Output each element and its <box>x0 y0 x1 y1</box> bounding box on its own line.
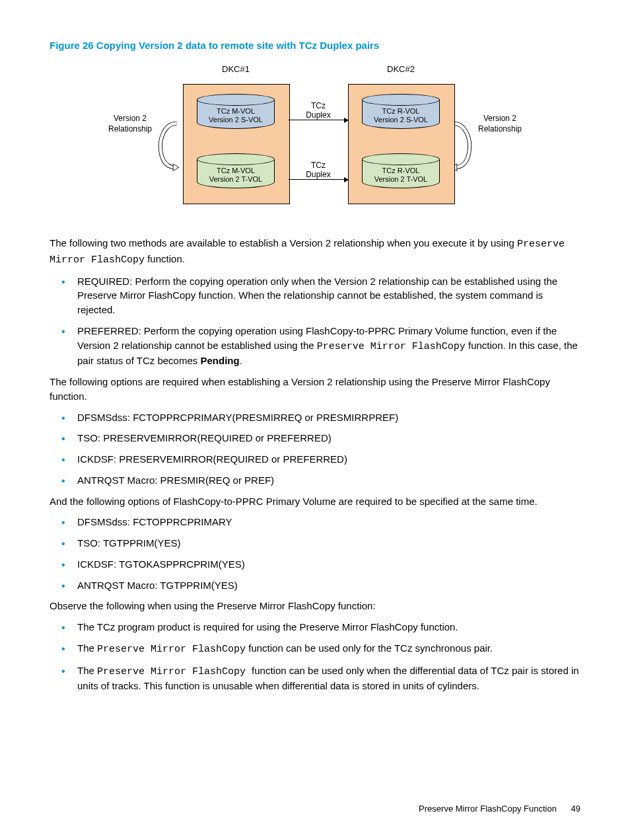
code-text: Preserve Mirror FlashCopy <box>97 644 246 655</box>
opts2-list: DFSMSdss: FCTOPPRCPRIMARY TSO: TGTPPRIM(… <box>50 515 580 592</box>
list-item: DFSMSdss: FCTOPPRCPRIMARY(PRESMIRREQ or … <box>50 410 580 425</box>
list-item: ICKDSF: TGTOKASPPRCPRIM(YES) <box>50 557 580 572</box>
dkc1-box: TCz M-VOL Version 2 S-VOL TCz M-VOL Vers… <box>183 84 290 204</box>
dkc2-box: TCz R-VOL Version 2 S-VOL TCz R-VOL Vers… <box>348 84 455 204</box>
text: The <box>77 665 97 676</box>
bold-text: Pending <box>200 355 239 366</box>
list-item: ICKDSF: PRESERVEMIRROR(REQUIRED or PREFE… <box>50 452 580 467</box>
observe-paragraph: Observe the following when using the Pre… <box>50 599 580 613</box>
intro-paragraph: The following two methods are available … <box>50 236 580 268</box>
left-relationship-label: Version 2 Relationship <box>104 114 157 134</box>
list-item: TSO: PRESERVEMIRROR(REQUIRED or PREFERRE… <box>50 431 580 445</box>
cyl-line: Version 2 S-VOL <box>209 116 263 124</box>
cyl-line: Version 2 T-VOL <box>209 175 263 183</box>
dkc1-svol-cylinder: TCz M-VOL Version 2 S-VOL <box>197 94 275 134</box>
right-relationship-label: Version 2 Relationship <box>473 114 526 134</box>
cyl-line: TCz M-VOL <box>217 167 255 174</box>
svg-marker-0 <box>173 164 179 171</box>
list-item: The Preserve Mirror FlashCopy function c… <box>50 641 580 657</box>
tcz-duplex-label: TCz Duplex <box>302 161 335 180</box>
cyl-line: TCz M-VOL <box>217 107 255 115</box>
cyl-line: Version 2 S-VOL <box>374 116 428 124</box>
opts1-paragraph: The following options are required when … <box>50 375 580 404</box>
cyl-line: Version 2 T-VOL <box>374 175 428 183</box>
methods-list: REQUIRED: Perform the copying operation … <box>50 274 580 369</box>
code-text: Preserve Mirror FlashCopy <box>317 341 466 352</box>
dkc2-tvol-cylinder: TCz R-VOL Version 2 T-VOL <box>362 153 440 194</box>
dkc1-label: DKC#1 <box>216 64 256 74</box>
opts1-list: DFSMSdss: FCTOPPRCPRIMARY(PRESMIRREQ or … <box>50 410 580 488</box>
tcz-duplex-label: TCz Duplex <box>302 101 335 120</box>
list-item: DFSMSdss: FCTOPPRCPRIMARY <box>50 515 580 529</box>
code-text: Preserve Mirror FlashCopy <box>97 666 252 677</box>
text: function. <box>145 253 185 264</box>
text: . <box>240 355 242 366</box>
list-item: ANTRQST Macro: PRESMIR(REQ or PREF) <box>50 473 580 488</box>
list-item: The TCz program product is required for … <box>50 620 580 634</box>
figure-caption: Figure 26 Copying Version 2 data to remo… <box>50 40 580 51</box>
dkc2-svol-cylinder: TCz R-VOL Version 2 S-VOL <box>362 94 440 134</box>
list-item: PREFERRED: Perform the copying operation… <box>50 324 580 368</box>
text: The following two methods are available … <box>50 237 517 248</box>
dkc1-tvol-cylinder: TCz M-VOL Version 2 T-VOL <box>197 153 275 194</box>
list-item: TSO: TGTPPRIM(YES) <box>50 536 580 551</box>
list-item: ANTRQST Macro: TGTPPRIM(YES) <box>50 578 580 593</box>
cyl-line: TCz R-VOL <box>382 167 420 174</box>
opts2-paragraph: And the following options of FlashCopy-t… <box>50 494 580 509</box>
page-number: 49 <box>571 804 580 814</box>
figure-diagram: DKC#1 DKC#2 Version 2 Relationship Versi… <box>50 64 580 216</box>
list-item: REQUIRED: Perform the copying operation … <box>50 274 580 317</box>
list-item: The Preserve Mirror FlashCopy function c… <box>50 664 580 694</box>
cyl-line: TCz R-VOL <box>382 107 420 115</box>
text: function can be used only for the TCz sy… <box>246 642 493 654</box>
dkc2-label: DKC#2 <box>381 64 421 74</box>
page-footer: Preserve Mirror FlashCopy Function 49 <box>419 804 580 814</box>
text: The <box>77 642 97 654</box>
footer-title: Preserve Mirror FlashCopy Function <box>419 804 557 814</box>
observe-list: The TCz program product is required for … <box>50 620 580 693</box>
